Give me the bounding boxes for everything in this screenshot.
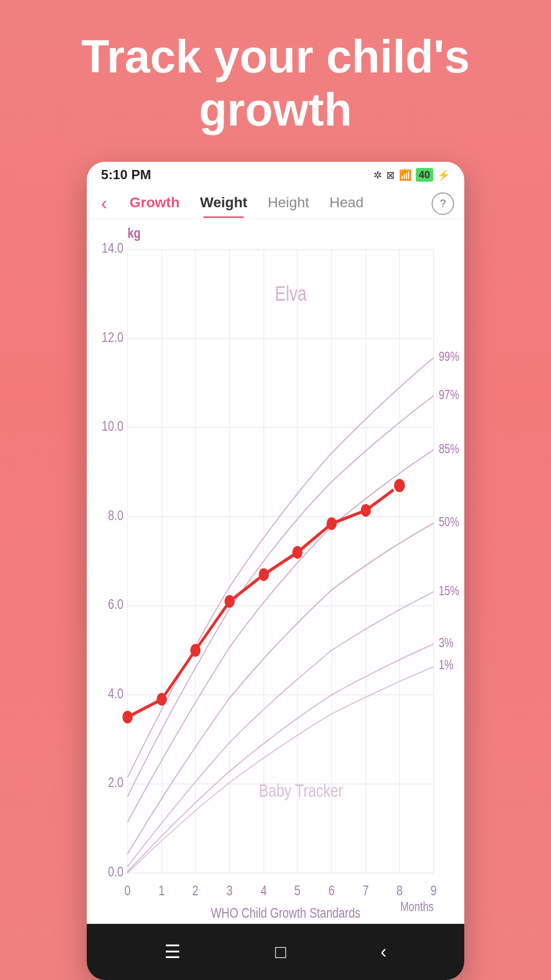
svg-text:10.0: 10.0	[102, 419, 123, 434]
svg-text:1: 1	[159, 883, 165, 898]
svg-rect-0	[87, 224, 464, 924]
tab-head[interactable]: Head	[319, 189, 374, 218]
home-button[interactable]: □	[265, 936, 296, 968]
status-icons: ✲ ⊠ 📶 40 ⚡	[373, 168, 450, 182]
status-bar: 5:10 PM ✲ ⊠ 📶 40 ⚡	[87, 162, 464, 186]
menu-button[interactable]: ☰	[154, 936, 191, 968]
status-time: 5:10 PM	[101, 167, 151, 183]
svg-text:1%: 1%	[439, 658, 454, 672]
tab-weight[interactable]: Weight	[190, 189, 258, 218]
svg-text:85%: 85%	[439, 442, 459, 456]
back-button[interactable]: ‹	[97, 189, 111, 218]
svg-text:99%: 99%	[439, 350, 459, 364]
wifi-icon: 📶	[399, 169, 412, 181]
svg-point-55	[327, 518, 337, 530]
nav-tabs: Growth Weight Height Head	[119, 189, 427, 218]
svg-point-52	[224, 595, 235, 608]
tab-height[interactable]: Height	[258, 189, 319, 218]
bluetooth-icon: ✲	[373, 169, 382, 181]
svg-text:Months: Months	[400, 900, 434, 914]
hero-title: Track your child's growth	[0, 0, 551, 162]
help-button[interactable]: ?	[432, 192, 454, 215]
svg-text:0: 0	[124, 883, 131, 898]
svg-text:0.0: 0.0	[108, 864, 123, 879]
svg-text:4: 4	[261, 883, 267, 898]
nav-bar: ‹ Growth Weight Height Head ?	[87, 186, 464, 219]
svg-text:Elva: Elva	[275, 282, 307, 305]
svg-text:5: 5	[294, 883, 300, 898]
svg-text:8: 8	[396, 883, 403, 898]
chart-wrapper: 14.0 12.0 10.0 8.0 6.0 4.0 2.0 0.0 kg 0 …	[87, 219, 464, 924]
svg-text:97%: 97%	[439, 388, 459, 402]
phone-frame: 5:10 PM ✲ ⊠ 📶 40 ⚡ ‹ Growth Weight Heigh…	[87, 162, 464, 980]
svg-text:2: 2	[192, 883, 198, 898]
svg-text:6.0: 6.0	[108, 597, 123, 612]
svg-point-51	[190, 644, 201, 657]
svg-text:8.0: 8.0	[108, 507, 123, 523]
svg-text:15%: 15%	[439, 584, 459, 598]
svg-text:kg: kg	[128, 226, 141, 241]
svg-text:12.0: 12.0	[102, 329, 123, 345]
svg-point-53	[259, 568, 269, 581]
svg-text:14.0: 14.0	[102, 240, 123, 256]
svg-text:50%: 50%	[439, 515, 459, 529]
svg-text:3: 3	[227, 883, 233, 898]
tab-growth[interactable]: Growth	[119, 189, 190, 218]
svg-point-57	[393, 478, 406, 493]
svg-point-54	[292, 546, 303, 559]
charging-icon: ⚡	[437, 169, 450, 181]
svg-text:9: 9	[431, 883, 437, 898]
svg-text:4.0: 4.0	[108, 685, 123, 701]
growth-chart: 14.0 12.0 10.0 8.0 6.0 4.0 2.0 0.0 kg 0 …	[87, 224, 464, 924]
bottom-nav: ☰ □ ‹	[87, 924, 464, 980]
svg-point-56	[361, 504, 371, 517]
system-back-button[interactable]: ‹	[370, 936, 397, 968]
svg-text:WHO Child Growth Standards: WHO Child Growth Standards	[211, 905, 360, 920]
svg-text:3%: 3%	[439, 636, 454, 650]
svg-text:6: 6	[329, 883, 335, 898]
svg-point-50	[157, 693, 167, 706]
svg-text:Baby Tracker: Baby Tracker	[259, 780, 343, 801]
svg-point-49	[122, 710, 133, 723]
svg-text:7: 7	[363, 883, 369, 898]
battery-indicator: 40	[416, 168, 433, 182]
svg-text:2.0: 2.0	[108, 775, 123, 790]
sim-icon: ⊠	[386, 169, 395, 181]
